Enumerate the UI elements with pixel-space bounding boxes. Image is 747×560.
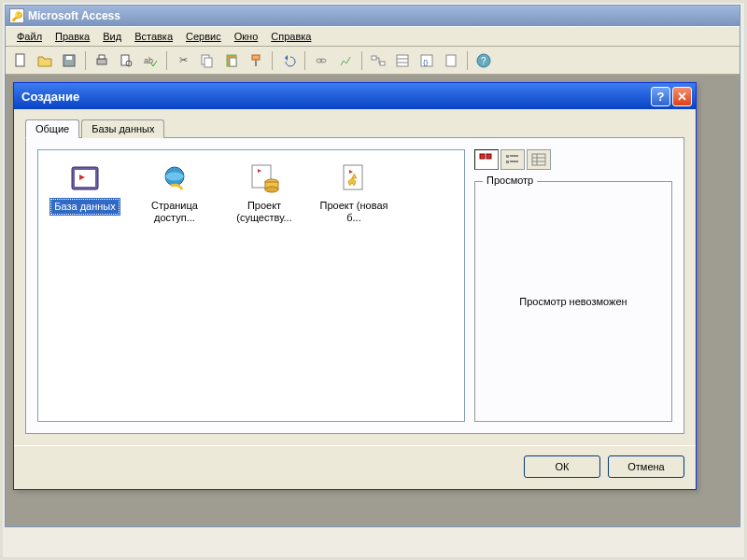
- menu-tools[interactable]: Сервис: [180, 29, 227, 44]
- open-icon[interactable]: [34, 49, 56, 72]
- dialog-help-button[interactable]: ?: [651, 87, 670, 106]
- preview-text: Просмотр невозможен: [519, 296, 627, 307]
- view-toggle: [474, 149, 672, 170]
- app-window: 🔑 Microsoft Access Файл Правка Вид Встав…: [5, 5, 740, 527]
- new-dialog: Создание ? ✕ Общие Базы данных: [13, 82, 697, 490]
- dialog-title: Создание: [21, 90, 79, 104]
- view-list[interactable]: [500, 149, 525, 170]
- paste-icon[interactable]: [220, 49, 243, 72]
- svg-text:?: ?: [481, 56, 486, 66]
- preview-group: Просмотр Просмотр невозможен: [474, 181, 672, 422]
- format-painter-icon[interactable]: [245, 49, 267, 72]
- separator-icon: [272, 51, 273, 70]
- tabs: Общие Базы данных: [25, 119, 684, 138]
- print-icon[interactable]: [91, 49, 113, 72]
- app-titlebar: 🔑 Microsoft Access: [6, 6, 740, 26]
- new-icon[interactable]: [9, 49, 32, 72]
- menubar: Файл Правка Вид Вставка Сервис Окно Спра…: [6, 26, 740, 47]
- preview-legend: Просмотр: [483, 175, 537, 186]
- svg-rect-33: [486, 154, 491, 159]
- svg-rect-35: [510, 155, 518, 157]
- svg-rect-0: [16, 54, 24, 66]
- template-label: База данных: [50, 199, 120, 215]
- dialog-body: Общие Базы данных: [14, 109, 696, 445]
- code-icon[interactable]: {}: [416, 49, 438, 72]
- template-item-data-access-page[interactable]: Страница доступ...: [132, 158, 218, 229]
- template-label: Проект (существу...: [223, 199, 305, 225]
- menu-insert[interactable]: Вставка: [129, 29, 178, 44]
- svg-point-30: [265, 187, 278, 192]
- template-label: Проект (новая б...: [313, 199, 395, 225]
- template-list[interactable]: База данных Страница доступ...: [37, 149, 465, 422]
- menu-view[interactable]: Вид: [97, 29, 127, 44]
- svg-rect-13: [255, 60, 257, 66]
- svg-rect-12: [252, 55, 260, 60]
- separator-icon: [467, 51, 468, 70]
- template-label: Страница доступ...: [134, 199, 216, 225]
- ok-button[interactable]: ОК: [524, 455, 600, 478]
- link-icon[interactable]: [310, 49, 332, 72]
- tab-panel: База данных Страница доступ...: [25, 137, 684, 434]
- analyze-icon[interactable]: [334, 49, 357, 72]
- svg-rect-4: [99, 55, 105, 59]
- svg-rect-17: [380, 62, 385, 65]
- svg-rect-25: [75, 170, 95, 187]
- svg-rect-36: [506, 161, 509, 163]
- svg-rect-21: [446, 55, 456, 66]
- separator-icon: [361, 51, 362, 70]
- relationships-icon[interactable]: [367, 49, 389, 72]
- svg-rect-9: [204, 58, 212, 67]
- cut-icon[interactable]: ✂: [172, 49, 194, 72]
- db-cylinder-icon: [247, 161, 281, 195]
- template-item-project-existing[interactable]: Проект (существу...: [221, 158, 307, 229]
- right-pane: Просмотр Просмотр невозможен: [474, 149, 672, 422]
- save-icon[interactable]: [58, 49, 80, 72]
- help-icon[interactable]: ?: [472, 49, 495, 72]
- separator-icon: [166, 51, 167, 70]
- view-large-icons[interactable]: [474, 149, 499, 170]
- access-key-icon: 🔑: [9, 8, 24, 23]
- svg-rect-3: [97, 59, 106, 64]
- template-item-database[interactable]: База данных: [42, 158, 128, 229]
- menu-help[interactable]: Справка: [265, 29, 317, 44]
- svg-rect-38: [532, 154, 545, 165]
- app-title: Microsoft Access: [28, 9, 120, 22]
- script-icon[interactable]: [440, 49, 462, 72]
- menu-window[interactable]: Окно: [229, 29, 264, 44]
- svg-rect-18: [397, 55, 408, 66]
- dialog-titlebar: Создание ? ✕: [14, 83, 696, 109]
- menu-edit[interactable]: Правка: [49, 29, 95, 44]
- svg-rect-11: [230, 58, 236, 66]
- undo-icon[interactable]: [277, 49, 300, 72]
- view-details[interactable]: [527, 149, 551, 170]
- dialog-footer: ОК Отмена: [14, 445, 696, 489]
- svg-rect-2: [66, 56, 72, 60]
- separator-icon: [85, 51, 86, 70]
- tab-general[interactable]: Общие: [25, 119, 79, 138]
- copy-icon[interactable]: [196, 49, 218, 72]
- svg-point-15: [320, 59, 326, 63]
- svg-text:{}: {}: [423, 58, 429, 66]
- svg-rect-34: [506, 155, 509, 158]
- preview-icon[interactable]: [115, 49, 137, 72]
- cancel-button[interactable]: Отмена: [608, 455, 684, 478]
- separator-icon: [304, 51, 305, 70]
- template-item-project-new[interactable]: Проект (новая б...: [311, 158, 397, 229]
- tab-databases[interactable]: Базы данных: [81, 119, 164, 138]
- spell-icon[interactable]: ab: [139, 49, 162, 72]
- dialog-close-button[interactable]: ✕: [672, 87, 692, 106]
- svg-rect-37: [510, 161, 518, 162]
- menu-file[interactable]: Файл: [11, 29, 48, 44]
- database-icon: [68, 161, 102, 195]
- db-spark-icon: [337, 161, 371, 195]
- svg-rect-32: [480, 154, 485, 159]
- properties-icon[interactable]: [391, 49, 414, 72]
- toolbar: ab ✂ {} ?: [6, 47, 740, 75]
- workspace: Создание ? ✕ Общие Базы данных: [6, 75, 740, 526]
- svg-rect-5: [121, 55, 129, 65]
- svg-rect-16: [372, 56, 376, 60]
- ie-globe-icon: [158, 161, 191, 195]
